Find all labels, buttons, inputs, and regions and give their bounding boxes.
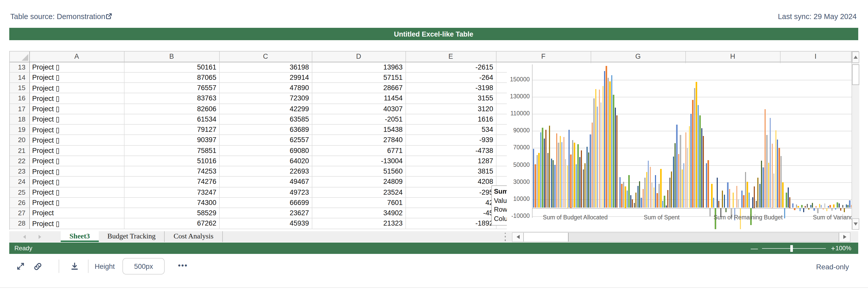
cell[interactable]: 67262 [124,218,219,229]
external-link-icon[interactable] [105,12,113,20]
column-header-G[interactable]: G [591,51,686,62]
cell[interactable]: -1892 [406,218,496,229]
cell[interactable]: 534 [406,125,496,135]
row-header-27[interactable]: 27 [10,208,30,218]
tab-budget-tracking[interactable]: Budget Tracking [98,231,165,242]
cell[interactable]: 36198 [219,62,312,72]
cell[interactable]: 90397 [124,135,219,146]
cell[interactable]: Project ▯ [30,93,124,104]
cell[interactable]: 42299 [219,104,312,114]
cell[interactable]: 49467 [219,177,312,187]
tab-nav-right-button[interactable] [36,234,43,240]
cell[interactable]: 63689 [219,125,312,135]
cell[interactable]: 29914 [219,72,312,83]
row-header-22[interactable]: 22 [10,156,30,167]
cell[interactable]: 64020 [219,156,312,167]
cell[interactable]: Project ▯ [30,62,124,72]
sheet-vertical-scrollbar[interactable] [851,51,859,230]
height-input[interactable]: 500px [122,258,165,274]
cell[interactable]: 24809 [312,177,406,187]
tab-cost-analysis[interactable]: Cost Analysis [165,231,223,242]
zoom-out-button[interactable]: — [751,244,758,252]
scrollbar-drag-handle[interactable] [504,233,507,241]
row-header-14[interactable]: 14 [10,72,30,83]
scroll-right-button[interactable] [839,233,850,241]
cell[interactable]: 1616 [406,114,496,125]
row-header-19[interactable]: 19 [10,125,30,135]
column-header-E[interactable]: E [406,51,496,62]
row-header-23[interactable]: 23 [10,166,30,177]
cell[interactable]: 3120 [406,104,496,114]
download-button[interactable] [70,262,79,271]
cell[interactable]: -295 [406,187,496,198]
row-header-15[interactable]: 15 [10,83,30,93]
cell[interactable]: 61534 [124,114,219,125]
zoom-slider-track[interactable] [762,248,826,249]
cell[interactable]: 7601 [312,198,406,208]
cell[interactable]: -4738 [406,145,496,156]
cell[interactable]: Project ▯ [30,166,124,177]
cell[interactable]: Project ▯ [30,177,124,187]
cell[interactable]: 50161 [124,62,219,72]
cell[interactable]: 1287 [406,156,496,167]
tab-sheet3[interactable]: Sheet3 [61,231,98,242]
column-header-F[interactable]: F [496,51,591,62]
zoom-in-button[interactable]: + [831,244,835,252]
cell[interactable]: 49723 [219,187,312,198]
cell[interactable]: 87065 [124,72,219,83]
row-header-17[interactable]: 17 [10,104,30,114]
cell[interactable]: 15438 [312,125,406,135]
cell[interactable]: 83763 [124,93,219,104]
row-header-13[interactable]: 13 [10,62,30,72]
cell[interactable]: Project ▯ [30,83,124,93]
cell[interactable]: 47890 [219,83,312,93]
cell[interactable]: Project ▯ [30,114,124,125]
cell[interactable]: 73247 [124,187,219,198]
copy-link-button[interactable] [33,262,43,271]
cell[interactable]: 74300 [124,198,219,208]
row-header-20[interactable]: 20 [10,135,30,146]
cell[interactable]: Project ▯ [30,145,124,156]
pivot-chart[interactable]: 1500001300001100009000070000500003000010… [506,63,851,229]
row-header-18[interactable]: 18 [10,114,30,125]
cell[interactable]: -939 [406,135,496,146]
tab-nav-left-button[interactable] [21,234,28,240]
cell[interactable]: 51016 [124,156,219,167]
row-header-24[interactable]: 24 [10,177,30,187]
cell[interactable]: Project ▯ [30,125,124,135]
cell[interactable]: Project ▯ [30,156,124,167]
cell[interactable]: 79127 [124,125,219,135]
vertical-scroll-thumb[interactable] [852,64,859,85]
column-header-I[interactable]: I [780,51,851,62]
cell[interactable]: -2051 [312,114,406,125]
cell[interactable]: 82606 [124,104,219,114]
cell[interactable]: Project ▯ [30,187,124,198]
cell[interactable]: 28667 [312,83,406,93]
cell[interactable]: 62557 [219,135,312,146]
cell[interactable]: 69080 [219,145,312,156]
horizontal-scroll-thumb[interactable] [524,233,568,241]
cell[interactable]: 21323 [312,218,406,229]
row-header-21[interactable]: 21 [10,145,30,156]
cell[interactable]: 4208 [406,177,496,187]
cell[interactable]: Project [30,208,124,218]
cell[interactable]: 74253 [124,166,219,177]
cell[interactable]: -13004 [312,156,406,167]
cell[interactable]: 63585 [219,114,312,125]
column-header-D[interactable]: D [312,51,406,62]
row-header-26[interactable]: 26 [10,198,30,208]
cell[interactable]: -2615 [406,62,496,72]
cell[interactable]: 6771 [312,145,406,156]
cell[interactable]: 13963 [312,62,406,72]
column-header-H[interactable]: H [686,51,780,62]
cell[interactable]: 74276 [124,177,219,187]
cell[interactable]: 75851 [124,145,219,156]
cell[interactable]: Project ▯ [30,218,124,229]
cell[interactable]: 57151 [312,72,406,83]
cell[interactable]: 42 [406,198,496,208]
expand-button[interactable] [16,262,25,271]
column-header-A[interactable]: A [30,51,124,62]
cell[interactable]: Project ▯ [30,72,124,83]
cell[interactable]: 3155 [406,93,496,104]
cell[interactable]: 11454 [312,93,406,104]
